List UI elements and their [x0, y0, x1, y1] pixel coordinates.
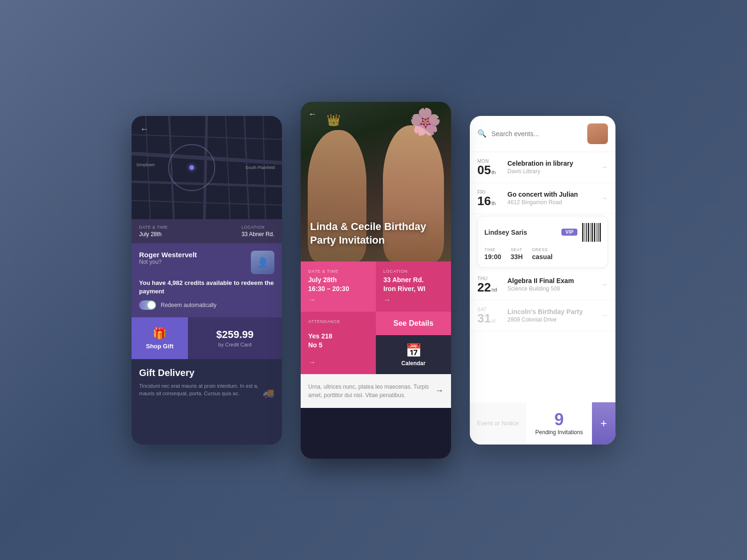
ticket-dress: DRESS casual [532, 247, 553, 261]
screen1-back-button[interactable]: ← [140, 124, 148, 134]
info-bar: DATE & TIME July 28th LOCATION 33 Abner … [132, 219, 282, 243]
not-you-link[interactable]: Not you? [139, 259, 197, 265]
dress-value: casual [532, 253, 553, 261]
event-day-num-4: 31st [477, 312, 501, 324]
barcode-line [582, 223, 584, 242]
event-title-2: Go concert with Julian [507, 191, 600, 198]
event-arrow-3[interactable]: → [600, 280, 608, 289]
footer-text: Urna, ultrices nunc, platea leo maecenas… [308, 383, 430, 399]
screen2-back-button[interactable]: ← [308, 109, 317, 119]
seat-value: 33H [511, 253, 523, 261]
attendance-arrow[interactable]: → [308, 358, 368, 367]
event-title-3: Algebra II Final Exam [507, 277, 600, 284]
credits-amount: 4,982 [167, 279, 183, 286]
screen3-bottom: Event or Notice 9 Pending Invitations + [470, 402, 615, 445]
barcode-line [598, 223, 599, 242]
search-icon: 🔍 [477, 129, 487, 138]
user-info: Roger Westervelt Not you? [139, 251, 197, 265]
map-label-right: South Plainfield [245, 165, 275, 170]
svg-line-6 [132, 200, 282, 205]
gift-icon: 🎁 [153, 327, 167, 340]
grid-attendance: ATTENDANCE Yes 218 No 5 → [301, 312, 376, 374]
events-list: MON 05th Celebration in library Davis Li… [470, 152, 615, 402]
event-item-2[interactable]: FRI 16th Go concert with Julian 4612 Bin… [470, 183, 615, 214]
see-details-button[interactable]: See Details [383, 319, 444, 328]
ticket-header: Lindsey Saris VIP [484, 223, 601, 242]
ticket-header-left: Lindsey Saris [484, 229, 561, 236]
ticket-card: Lindsey Saris VIP [477, 216, 608, 268]
event-item-1[interactable]: MON 05th Celebration in library Davis Li… [470, 152, 615, 183]
footer-arrow[interactable]: → [435, 386, 444, 396]
screens-container: Simptown South Plainfield ← DATE & TIME … [113, 83, 634, 477]
credits-text: You have 4,982 credits available to rede… [139, 279, 274, 296]
ticket-seat: SEAT 33H [511, 247, 523, 261]
payment-amount: $259.99 by Credit Card [188, 317, 282, 359]
avatar-placeholder: 👤 [251, 251, 274, 274]
barcode-line [584, 223, 585, 242]
user-card: Roger Westervelt Not you? 👤 You have 4,9… [132, 243, 282, 317]
barcode-line [594, 223, 595, 242]
map-area: Simptown South Plainfield [132, 116, 282, 219]
user-row: Roger Westervelt Not you? 👤 [139, 251, 274, 274]
hero-title: Linda & Cecile Birthday Party Invitation [310, 220, 442, 247]
time-label: TIME [484, 247, 501, 252]
event-location-2: 4612 Bingamon Road [507, 199, 600, 206]
barcode-line [590, 223, 591, 242]
pending-label: Pending Invitations [535, 429, 583, 436]
map-dot [189, 165, 194, 170]
redeem-toggle[interactable] [139, 300, 156, 310]
event-arrow-4[interactable]: → [600, 311, 608, 320]
screen2-birthday-invitation: 🌸 👑 ← Linda & Cecile Birthday Party Invi… [301, 102, 451, 459]
event-location-4: 2809 Colonial Drive [507, 316, 600, 323]
event-info-4: Lincoln's Birthday Party 2809 Colonial D… [507, 308, 600, 323]
event-item-3[interactable]: THU 22nd Algebra II Final Exam Science B… [470, 269, 615, 300]
barcode [582, 223, 601, 242]
event-day-num-3: 22nd [477, 281, 501, 293]
event-grid: DATE & TIME July 28th 16:30 – 20:30 → LO… [301, 261, 451, 374]
barcode-line [588, 223, 589, 242]
redeem-row: Redeem automatically [139, 300, 274, 310]
add-button[interactable]: + [592, 402, 615, 445]
grid-actions: See Details 📅 Calendar [376, 312, 451, 374]
notice-label: Event or Notice [477, 420, 519, 427]
delivery-truck-icon: 🚚 [263, 387, 274, 399]
event-date-1: MON 05th [477, 159, 501, 176]
barcode-line [586, 223, 587, 242]
location-arrow[interactable]: → [383, 296, 444, 304]
info-location-col: LOCATION 33 Abner Rd. [241, 225, 274, 238]
calendar-label: Calendar [401, 360, 425, 367]
datetime-arrow[interactable]: → [308, 296, 368, 304]
amount-sub: by Credit Card [218, 342, 252, 347]
search-input[interactable] [491, 130, 583, 138]
calendar-cell[interactable]: 📅 Calendar [376, 335, 451, 374]
barcode-line [591, 223, 592, 242]
event-item-4[interactable]: SAT 31st Lincoln's Birthday Party 2809 C… [470, 300, 615, 331]
event-day-num-1: 05th [477, 164, 501, 176]
avatar-inner [587, 123, 608, 144]
event-arrow-1[interactable]: → [600, 163, 608, 171]
event-arrow-2[interactable]: → [600, 194, 608, 202]
user-avatar: 👤 [251, 251, 274, 274]
location-header: LOCATION [241, 225, 274, 230]
shop-gift-button[interactable]: 🎁 Shop Gift [132, 317, 188, 359]
attendance-value: Yes 218 No 5 [308, 332, 368, 350]
info-date-col: DATE & TIME July 28th [139, 225, 168, 238]
dress-label: DRESS [532, 247, 553, 252]
profile-avatar [587, 123, 608, 144]
screen3-events-list: 🔍 MON 05th Celebration in library Davis … [470, 116, 615, 445]
calendar-icon: 📅 [405, 343, 422, 358]
gift-delivery-section: Gift Delivery Tincidunt nec erat mauris … [132, 359, 282, 406]
location-label: LOCATION [383, 269, 444, 274]
event-day-num-2: 16th [477, 195, 501, 207]
gift-delivery-desc: Tincidunt nec erat mauris at proin inter… [139, 382, 274, 398]
time-value: 19:00 [484, 253, 501, 261]
amount-value: $259.99 [216, 329, 254, 341]
event-info-3: Algebra II Final Exam Science Building 5… [507, 277, 600, 292]
event-title-1: Celebration in library [507, 160, 600, 167]
barcode-line [596, 223, 597, 242]
see-details-cell[interactable]: See Details [376, 312, 451, 335]
pending-number: 9 [554, 411, 564, 428]
event-info-1: Celebration in library Davis Library [507, 160, 600, 175]
event-location-3: Science Building 508 [507, 285, 600, 292]
flowers-decoration: 🌸 [409, 107, 442, 137]
